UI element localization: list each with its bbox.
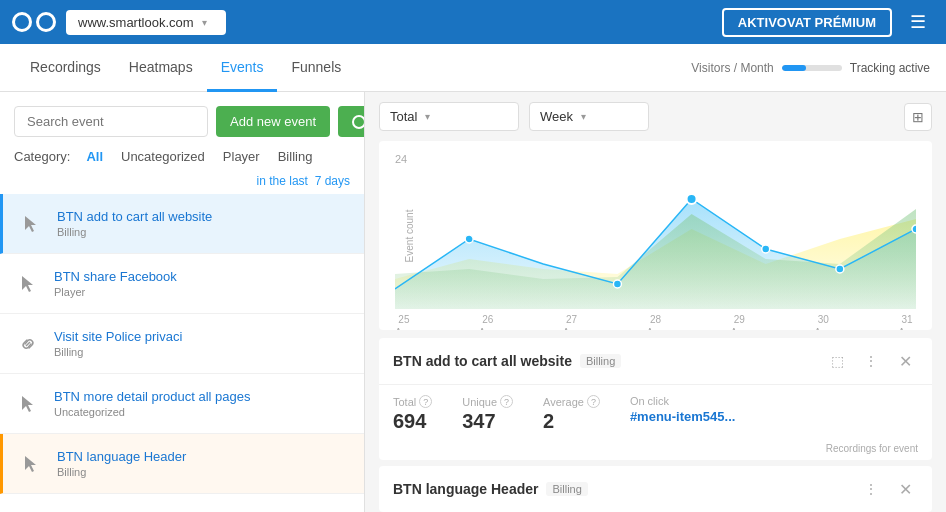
in-last-label: in the last 7 days [0,174,364,194]
chart-area: 24 [379,141,932,330]
event-tag-2: Player [54,286,350,298]
stat-total-help[interactable]: ? [419,395,432,408]
event-text-1: BTN add to cart all website Billing [57,209,350,238]
in-last-value[interactable]: 7 days [315,174,350,188]
logo [12,12,56,32]
event-tag-5: Billing [57,466,350,478]
event-card-1-stats: Total ? 694 Unique ? 347 [379,385,932,443]
event-card-1-title: BTN add to cart all website [393,353,572,369]
event-text-3: Visit site Police privaci Billing [54,329,350,358]
chevron-down-icon: ▾ [202,17,207,28]
x-label-3: 27Aug [563,313,581,330]
event-item-4[interactable]: BTN more detail product all pages Uncate… [0,374,364,434]
tracking-bar-fill [782,65,806,71]
stat-total: Total ? 694 [393,395,432,433]
activate-premium-button[interactable]: AKTIVOVAT PRÉMIUM [722,8,892,37]
event-item-3[interactable]: Visit site Police privaci Billing [0,314,364,374]
sub-nav: Recordings Heatmaps Events Funnels Visit… [0,44,946,92]
visitors-label: Visitors / Month [691,61,773,75]
stat-unique-help[interactable]: ? [500,395,513,408]
total-select-label: Total [390,109,417,124]
event-item-6[interactable]: Visit careers after visited about page P… [0,494,364,512]
event-name-4: BTN more detail product all pages [54,389,350,404]
card-close-icon-1[interactable]: ✕ [892,348,918,374]
tracking-bar [782,65,842,71]
search-input[interactable] [14,106,208,137]
cat-player[interactable]: Player [217,147,266,166]
nav-events[interactable]: Events [207,44,278,92]
event-item-1[interactable]: BTN add to cart all website Billing [0,194,364,254]
card-2-more-icon[interactable]: ⋮ [858,476,884,502]
cat-uncategorized[interactable]: Uncategorized [115,147,211,166]
chart-controls: Total ▾ Week ▾ ⊞ [365,92,946,141]
domain-text: www.smartlook.com [78,15,194,30]
domain-selector[interactable]: www.smartlook.com ▾ [66,10,226,35]
event-card-1-header: BTN add to cart all website Billing ⬚ ⋮ … [379,338,932,385]
event-name-1: BTN add to cart all website [57,209,350,224]
nav-heatmaps[interactable]: Heatmaps [115,44,207,92]
event-card-2-header: BTN language Header Billing ⋮ ✕ [379,466,932,512]
stat-onclick-value: #menu-item545... [630,409,736,424]
event-tag-1: Billing [57,226,350,238]
x-label-5: 29Aug [730,313,748,330]
event-card-2-tag: Billing [546,482,587,496]
chevron-down-icon-3: ▾ [581,111,586,122]
logo-circle-1 [12,12,32,32]
svg-point-0 [465,235,473,243]
event-list: BTN add to cart all website Billing BTN … [0,194,364,512]
add-event-button[interactable]: Add new event [216,106,330,137]
y-axis-label: Event count [404,209,415,262]
logo-circle-2 [36,12,56,32]
svg-point-4 [836,265,844,273]
event-card-2: BTN language Header Billing ⋮ ✕ [379,466,932,512]
event-card-1: BTN add to cart all website Billing ⬚ ⋮ … [379,338,932,460]
week-select[interactable]: Week ▾ [529,102,649,131]
x-label-7: 31Aug [898,313,916,330]
grid-icon-button[interactable]: ⊞ [904,103,932,131]
card-copy-icon[interactable]: ⬚ [824,348,850,374]
stat-onclick: On click #menu-item545... [630,395,736,433]
event-tag-3: Billing [54,346,350,358]
x-label-4: 28Aug [647,313,665,330]
nav-recordings[interactable]: Recordings [16,44,115,92]
hamburger-icon[interactable]: ☰ [902,7,934,37]
stat-average-value: 2 [543,410,600,433]
x-label-6: 30Aug [814,313,832,330]
top-bar: www.smartlook.com ▾ AKTIVOVAT PRÉMIUM ☰ [0,0,946,44]
category-label: Category: [14,149,70,164]
link-icon-1 [14,330,42,358]
chart-svg-container [395,169,916,309]
card-more-icon[interactable]: ⋮ [858,348,884,374]
event-item-2[interactable]: BTN share Facebook Player [0,254,364,314]
event-card-2-title: BTN language Header [393,481,538,497]
svg-point-5 [912,225,916,233]
cat-billing[interactable]: Billing [272,147,319,166]
in-last-text: in the last [257,174,308,188]
chart-x-labels: 25Aug 26Aug 27Aug 28Aug 29Aug 30Aug 31Au… [395,309,916,330]
left-panel: Add new event Event picker Category: All… [0,92,365,512]
stat-average: Average ? 2 [543,395,600,433]
svg-point-1 [613,280,621,288]
stat-average-help[interactable]: ? [587,395,600,408]
event-tag-4: Uncategorized [54,406,350,418]
card-close-icon-2[interactable]: ✕ [892,476,918,502]
cursor-icon-2 [14,270,42,298]
event-item-5[interactable]: BTN language Header Billing [0,434,364,494]
x-label-1: 25Aug [395,313,413,330]
x-label-2: 26Aug [479,313,497,330]
event-picker-button[interactable]: Event picker [338,106,365,137]
recordings-for-label: Recordings for event [379,443,932,460]
chevron-down-icon-2: ▾ [425,111,430,122]
stat-onclick-label: On click [630,395,669,407]
event-name-5: BTN language Header [57,449,350,464]
category-row: Category: All Uncategorized Player Billi… [0,147,364,174]
event-text-5: BTN language Header Billing [57,449,350,478]
cursor-icon-1 [17,210,45,238]
cat-all[interactable]: All [80,147,109,166]
right-panel: Total ▾ Week ▾ ⊞ 24 [365,92,946,512]
nav-funnels[interactable]: Funnels [277,44,355,92]
event-text-4: BTN more detail product all pages Uncate… [54,389,350,418]
total-select[interactable]: Total ▾ [379,102,519,131]
svg-point-2 [687,194,697,204]
event-card-1-tag: Billing [580,354,621,368]
